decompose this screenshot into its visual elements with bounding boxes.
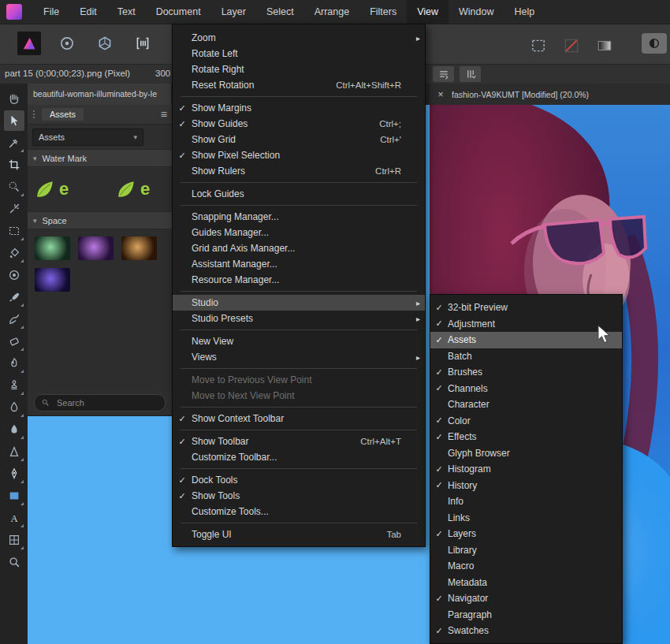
studio-item-channels[interactable]: ✓Channels: [430, 381, 622, 397]
studio-item-color[interactable]: ✓Color: [430, 413, 622, 430]
view-menu-item-toggle-ui[interactable]: Toggle UITab: [173, 527, 425, 542]
view-menu-item-dock-tools[interactable]: ✓Dock Tools: [173, 472, 425, 488]
assets-panel-tab[interactable]: Assets: [42, 108, 84, 121]
view-menu-item-grid-and-axis-manager[interactable]: Grid and Axis Manager...: [173, 240, 425, 256]
studio-item-assets[interactable]: ✓Assets: [430, 332, 622, 348]
studio-item-library[interactable]: Library: [430, 542, 622, 559]
menu-window[interactable]: Window: [449, 0, 504, 24]
studio-item-history[interactable]: ✓History: [430, 478, 622, 494]
asset-leaf-logo[interactable]: e: [35, 174, 84, 204]
sharpen-tool[interactable]: [4, 441, 24, 462]
move-tool[interactable]: [4, 110, 24, 131]
studio-item-stock[interactable]: Stock: [430, 639, 622, 644]
menu-view[interactable]: View: [407, 0, 449, 24]
registration-circle-icon[interactable]: [55, 32, 79, 55]
studio-item-navigator[interactable]: ✓Navigator: [430, 590, 622, 607]
view-menu-item-show-context-toolbar[interactable]: ✓Show Context Toolbar: [173, 411, 425, 426]
blur-tool[interactable]: [4, 419, 24, 440]
asset-leaf-logo[interactable]: e: [116, 174, 165, 204]
paint-brush-tool[interactable]: [4, 287, 24, 307]
studio-item-metadata[interactable]: Metadata: [430, 575, 622, 591]
studio-item-brushes[interactable]: ✓Brushes: [430, 364, 622, 381]
view-menu-item-move-to-next-view-point[interactable]: Move to Next View Point: [173, 388, 425, 404]
text-tool[interactable]: A: [4, 508, 24, 528]
view-menu-item-resource-manager[interactable]: Resource Manager...: [173, 272, 425, 288]
close-tab-button[interactable]: ×: [430, 88, 452, 100]
document-tab-left[interactable]: beautiful-woman-illuminated-by-le: [28, 84, 172, 105]
burn-tool[interactable]: [4, 353, 24, 374]
view-menu-item-show-tools[interactable]: ✓Show Tools: [173, 488, 425, 504]
app-icon[interactable]: [6, 4, 22, 20]
studio-item-paragraph[interactable]: Paragraph: [430, 607, 622, 624]
asset-space-image[interactable]: [35, 268, 70, 292]
view-menu-item-lock-guides[interactable]: Lock Guides: [173, 186, 425, 202]
menu-file[interactable]: File: [33, 0, 69, 24]
gradient-tool[interactable]: [4, 265, 24, 285]
insert-columns-icon[interactable]: [460, 66, 481, 82]
view-menu-item-views[interactable]: Views▸: [173, 349, 425, 365]
menu-arrange[interactable]: Arrange: [304, 0, 359, 24]
search-input[interactable]: [55, 397, 158, 408]
asset-space-image[interactable]: [78, 236, 114, 260]
panel-grip-icon[interactable]: [33, 110, 35, 119]
menu-layer[interactable]: Layer: [211, 0, 256, 24]
view-menu-item-show-grid[interactable]: Show GridCtrl+': [173, 132, 425, 147]
section-header-space[interactable]: ▾Space: [28, 211, 172, 229]
color-picker-tool[interactable]: [4, 132, 24, 153]
gradient-box-icon[interactable]: [593, 34, 616, 58]
shape-tool[interactable]: [4, 486, 24, 506]
red-diagonal-icon[interactable]: [560, 34, 583, 58]
view-menu-item-zoom[interactable]: Zoom▸: [173, 30, 425, 46]
ui-brackets-icon[interactable]: [131, 32, 154, 55]
view-menu-item-assistant-manager[interactable]: Assistant Manager...: [173, 256, 425, 272]
view-menu-item-rotate-left[interactable]: Rotate Left: [173, 46, 425, 61]
view-tool[interactable]: [4, 88, 24, 109]
menu-select[interactable]: Select: [256, 0, 304, 24]
menu-filters[interactable]: Filters: [359, 0, 407, 24]
lens-button[interactable]: [642, 33, 667, 54]
healing-brush-tool[interactable]: [4, 397, 24, 418]
assets-category-dropdown[interactable]: Assets ▾: [32, 128, 143, 146]
zoom-tool[interactable]: [4, 552, 24, 572]
marquee-select-tool[interactable]: [4, 221, 24, 241]
marquee-dashed-icon[interactable]: [527, 34, 550, 58]
studio-item-macro[interactable]: Macro: [430, 558, 622, 575]
menu-edit[interactable]: Edit: [69, 0, 107, 24]
view-menu-item-customize-tools[interactable]: Customize Tools...: [173, 504, 425, 519]
mesh-warp-tool[interactable]: [4, 530, 24, 550]
menu-text[interactable]: Text: [107, 0, 146, 24]
view-menu-item-snapping-manager[interactable]: Snapping Manager...: [173, 209, 425, 225]
view-menu-item-new-view[interactable]: New View: [173, 333, 425, 349]
studio-item-glyph-browser[interactable]: Glyph Browser: [430, 445, 622, 462]
asset-space-image[interactable]: [121, 236, 157, 260]
crop-tool[interactable]: [4, 154, 24, 175]
search-box[interactable]: [34, 394, 166, 411]
affinity-logo[interactable]: [17, 32, 41, 55]
document-tab-title[interactable]: fashion-VA9KUMT [Modified] (20.0%): [452, 90, 589, 99]
studio-item-histogram[interactable]: ✓Histogram: [430, 461, 622, 478]
view-menu-item-move-to-previous-view-point[interactable]: Move to Previous View Point: [173, 372, 425, 388]
view-menu-item-guides-manager[interactable]: Guides Manager...: [173, 225, 425, 240]
hexagon-grid-icon[interactable]: [93, 32, 117, 55]
erase-tool[interactable]: [4, 331, 24, 352]
view-menu-item-show-margins[interactable]: ✓Show Margins: [173, 100, 425, 116]
selection-brush-tool[interactable]: [4, 177, 24, 197]
studio-item-32-bit-preview[interactable]: ✓32-bit Preview: [430, 300, 622, 316]
view-menu-item-reset-rotation[interactable]: Reset RotationCtrl+Alt+Shift+R: [173, 77, 425, 93]
studio-item-links[interactable]: Links: [430, 510, 622, 527]
asset-space-image[interactable]: [35, 236, 70, 260]
pen-tool[interactable]: [4, 463, 24, 484]
insert-rows-icon[interactable]: [433, 66, 454, 82]
view-menu-item-show-rulers[interactable]: Show RulersCtrl+R: [173, 163, 425, 179]
menu-help[interactable]: Help: [504, 0, 545, 24]
studio-item-batch[interactable]: Batch: [430, 348, 622, 365]
studio-item-adjustment[interactable]: ✓Adjustment: [430, 316, 622, 333]
flood-fill-tool[interactable]: [4, 243, 24, 263]
section-header-water-mark[interactable]: ▾Water Mark: [28, 149, 172, 167]
studio-item-info[interactable]: Info: [430, 493, 622, 510]
flood-select-tool[interactable]: [4, 199, 24, 219]
panel-menu-icon[interactable]: ≡: [161, 109, 167, 120]
smudge-tool[interactable]: [4, 309, 24, 329]
view-menu-item-studio[interactable]: Studio▸: [173, 295, 425, 311]
view-menu-item-rotate-right[interactable]: Rotate Right: [173, 61, 425, 77]
